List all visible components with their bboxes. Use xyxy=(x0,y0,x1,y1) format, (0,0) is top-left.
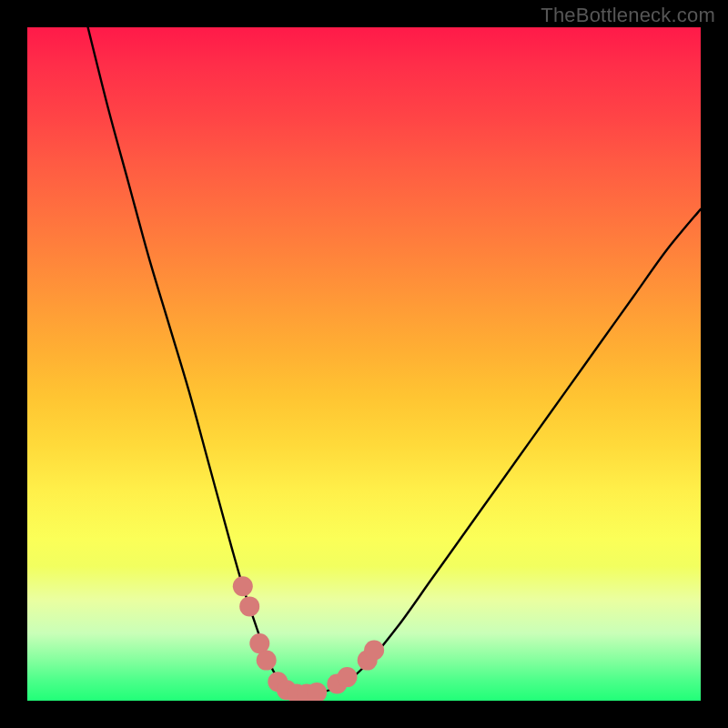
curve-markers xyxy=(233,576,384,701)
curve-marker xyxy=(338,667,358,687)
watermark-text: TheBottleneck.com xyxy=(541,4,715,27)
chart-frame: TheBottleneck.com xyxy=(0,0,728,728)
plot-area xyxy=(27,27,701,701)
bottleneck-curve xyxy=(88,27,701,695)
curve-marker xyxy=(257,651,277,671)
curve-marker xyxy=(233,576,253,596)
curve-marker xyxy=(364,641,384,661)
curve-marker xyxy=(239,596,259,616)
chart-svg xyxy=(27,27,701,701)
